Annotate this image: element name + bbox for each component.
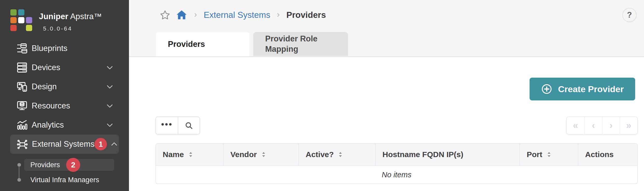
sidebar-subitem-providers[interactable]: Providers 2 [24,159,114,171]
column-header-actions: Actions [578,144,637,165]
breadcrumb-separator-icon [193,11,198,19]
sort-icon[interactable] [188,151,194,158]
sidebar: Juniper Apstra™ 5.0.0-64 [0,0,129,191]
help-question-icon: ? [627,10,632,20]
design-icon [16,81,28,93]
app-version: 5.0.0-64 [43,25,102,32]
help-button[interactable]: ? [622,8,637,22]
tab-bar: Providers Provider Role Mapping [156,32,348,56]
column-label: Actions [585,150,614,159]
column-label: Hostname FQDN IP(s) [382,150,463,159]
tab-provider-role-mapping[interactable]: Provider Role Mapping [253,32,348,56]
brand-text: Juniper Apstra™ 5.0.0-64 [39,8,102,32]
table-empty-row: No items [155,166,638,184]
column-label: Vendor [230,150,257,159]
sidebar-item-label: Analytics [32,120,64,130]
resources-icon [16,100,28,112]
next-page-button[interactable]: › [602,117,620,134]
table-toolbar: ••• [155,116,200,135]
app-title-rest: Apstra™ [70,12,102,21]
empty-state-text: No items [382,171,411,179]
chevron-up-icon [110,140,118,148]
double-chevron-right-icon: » [626,120,631,131]
external-systems-icon [16,138,28,150]
brand[interactable]: Juniper Apstra™ 5.0.0-64 [10,8,102,32]
more-actions-button[interactable]: ••• [156,117,178,134]
ellipsis-icon: ••• [161,124,173,127]
column-header-port[interactable]: Port [520,144,578,165]
step-badge-1: 1 [94,138,107,150]
sort-icon[interactable] [261,151,267,158]
column-header-active[interactable]: Active? [299,144,376,165]
sidebar-item-label: Resources [32,101,70,111]
home-icon[interactable] [176,9,188,21]
chevron-down-icon [106,121,114,129]
providers-table: Name Vendor Active? [155,143,638,184]
create-provider-label: Create Provider [558,84,624,94]
chevron-left-icon: ‹ [592,120,595,131]
main-area: External Systems Providers ? Providers P… [129,0,644,191]
column-label: Name [163,150,184,159]
breadcrumb-separator-icon [276,11,281,19]
sidebar-nav: Blueprints Devices [0,39,129,186]
breadcrumb-link-external-systems[interactable]: External Systems [204,10,270,20]
sidebar-item-label: External Systems [32,139,94,149]
sidebar-item-external-systems[interactable]: External Systems 1 [10,135,119,154]
sidebar-item-design[interactable]: Design [0,77,129,96]
tab-content: Create Provider ••• « ‹ › » [129,57,644,191]
sidebar-subitem-label: Providers [30,161,60,169]
breadcrumb: External Systems Providers [160,9,326,21]
sidebar-item-label: Devices [32,63,60,72]
sidebar-item-analytics[interactable]: Analytics [0,115,129,135]
blueprints-icon [16,42,28,54]
sidebar-subitem-virtual-infra-managers[interactable]: Virtual Infra Managers [24,174,114,186]
chevron-down-icon [106,102,114,110]
tab-label: Provider Role Mapping [265,34,334,54]
search-icon [184,121,193,130]
external-systems-subnav: Providers 2 Virtual Infra Managers [0,159,129,186]
pagination: « ‹ › » [566,116,638,135]
previous-page-button[interactable]: ‹ [584,117,602,134]
sidebar-item-label: Design [32,82,57,91]
column-header-vendor[interactable]: Vendor [224,144,299,165]
subnav-rail [17,159,21,186]
create-provider-button[interactable]: Create Provider [530,78,635,100]
column-label: Port [527,150,542,159]
first-page-button[interactable]: « [567,117,584,134]
column-label: Active? [306,150,334,159]
sort-icon[interactable] [546,151,552,158]
sidebar-subitem-label: Virtual Infra Managers [30,176,99,184]
juniper-apstra-logo-icon [10,9,32,31]
app-title-bold: Juniper [39,12,68,21]
table-header-row: Name Vendor Active? [155,143,638,166]
last-page-button[interactable]: » [620,117,637,134]
app-title: Juniper Apstra™ [39,12,102,21]
sidebar-item-label: Blueprints [32,44,67,53]
page-header: External Systems Providers ? Providers P… [129,0,644,57]
chevron-down-icon [106,83,114,91]
column-header-name[interactable]: Name [156,144,224,165]
breadcrumb-current-providers: Providers [286,10,326,20]
sort-icon[interactable] [337,151,344,158]
sidebar-item-resources[interactable]: Resources [0,96,129,115]
tab-label: Providers [168,40,205,49]
sidebar-item-devices[interactable]: Devices [0,58,129,77]
step-badge-2: 2 [66,158,80,172]
favorite-star-icon[interactable] [160,10,170,20]
column-header-hostname: Hostname FQDN IP(s) [376,144,520,165]
app-root: Juniper Apstra™ 5.0.0-64 [0,0,644,191]
chevron-down-icon [106,63,114,72]
sidebar-item-blueprints[interactable]: Blueprints [0,39,129,58]
analytics-icon [16,119,28,131]
tab-providers[interactable]: Providers [156,32,249,56]
search-button[interactable] [178,117,200,134]
chevron-right-icon: › [609,120,613,131]
plus-circle-icon [541,83,552,95]
double-chevron-left-icon: « [573,120,578,131]
devices-icon [16,62,28,74]
